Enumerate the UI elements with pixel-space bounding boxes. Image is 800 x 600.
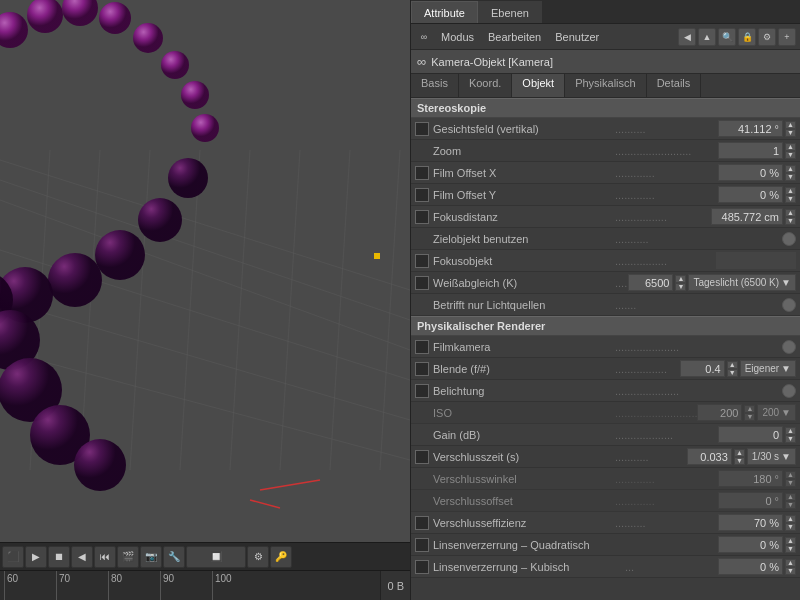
prop-weissabgleich: Weißabgleich (K) ............. ▲ ▼ Tages… bbox=[411, 272, 800, 294]
spin-iso[interactable]: ▲ ▼ bbox=[744, 405, 755, 421]
tab-koord[interactable]: Koord. bbox=[459, 74, 512, 97]
dropdown-weissabgleich[interactable]: Tageslicht (6500 K) ▼ bbox=[688, 274, 796, 291]
plus-icon[interactable]: + bbox=[778, 28, 796, 46]
svg-point-21 bbox=[181, 81, 209, 109]
label-filmkamera: Filmkamera bbox=[433, 341, 615, 353]
icon-btn-1[interactable]: ⬛ bbox=[2, 546, 24, 568]
icon-btn-6[interactable]: 🎬 bbox=[117, 546, 139, 568]
icon-btn-7[interactable]: 📷 bbox=[140, 546, 162, 568]
icon-btn-3[interactable]: ⏹ bbox=[48, 546, 70, 568]
section-stereoskopie: Stereoskopie bbox=[411, 98, 800, 118]
check-fokusobjekt[interactable] bbox=[415, 254, 429, 268]
dropdown-verschlusszeit[interactable]: 1/30 s ▼ bbox=[747, 448, 796, 465]
viewport-panel: 60 70 80 90 100 0 B ⬛ ▶ ⏹ ◀ ⏮ 🎬 📷 🔧 🔲 ⚙ … bbox=[0, 0, 410, 600]
check-verschlusszeit[interactable] bbox=[415, 450, 429, 464]
dropdown-iso[interactable]: 200 ▼ bbox=[757, 404, 796, 421]
input-blende[interactable] bbox=[680, 360, 725, 377]
lock-icon[interactable]: 🔒 bbox=[738, 28, 756, 46]
tab-basis[interactable]: Basis bbox=[411, 74, 459, 97]
tab-attribute[interactable]: Attribute bbox=[411, 1, 478, 23]
spin-weissabgleich[interactable]: ▲ ▼ bbox=[675, 275, 686, 291]
spin-verschlusszeit[interactable]: ▲ ▼ bbox=[734, 449, 745, 465]
spin-zoom[interactable]: ▲ ▼ bbox=[785, 143, 796, 159]
icon-btn-5[interactable]: ⏮ bbox=[94, 546, 116, 568]
spin-verschlussoffset[interactable]: ▲ ▼ bbox=[785, 493, 796, 509]
input-iso[interactable] bbox=[697, 404, 742, 421]
tab-ebenen[interactable]: Ebenen bbox=[478, 1, 542, 23]
spin-gesichtsfeld[interactable]: ▲ ▼ bbox=[785, 121, 796, 137]
properties-area[interactable]: Stereoskopie Gesichtsfeld (vertikal) ...… bbox=[411, 98, 800, 600]
icon-btn-9[interactable]: 🔲 bbox=[186, 546, 246, 568]
panel-tab-bar: Attribute Ebenen bbox=[411, 0, 800, 24]
toggle-zielobjekt[interactable] bbox=[782, 232, 796, 246]
frame-indicator: 0 B bbox=[380, 571, 410, 600]
input-linsen-quad[interactable] bbox=[718, 536, 783, 553]
label-blende: Blende (f/#) bbox=[433, 363, 615, 375]
search-icon[interactable]: 🔍 bbox=[718, 28, 736, 46]
arrow-left-icon[interactable]: ◀ bbox=[678, 28, 696, 46]
input-zoom[interactable] bbox=[718, 142, 783, 159]
input-filmoffsety[interactable] bbox=[718, 186, 783, 203]
input-fokusobjekt[interactable] bbox=[716, 252, 796, 269]
settings-icon[interactable]: ⚙ bbox=[758, 28, 776, 46]
input-fokusdistanz[interactable] bbox=[711, 208, 783, 225]
icon-btn-8[interactable]: 🔧 bbox=[163, 546, 185, 568]
input-verschlusswinkel[interactable] bbox=[718, 470, 783, 487]
input-weissabgleich[interactable] bbox=[628, 274, 673, 291]
dropdown-blende[interactable]: Eigener ▼ bbox=[740, 360, 796, 377]
spin-linsen-quad[interactable]: ▲ ▼ bbox=[785, 537, 796, 553]
arrow-up-icon[interactable]: ▲ bbox=[698, 28, 716, 46]
input-gesichtsfeld[interactable] bbox=[718, 120, 783, 137]
check-gesichtsfeld[interactable] bbox=[415, 122, 429, 136]
tab-objekt[interactable]: Objekt bbox=[512, 74, 565, 97]
bearbeiten-button[interactable]: Bearbeiten bbox=[482, 29, 547, 45]
spin-gain[interactable]: ▲ ▼ bbox=[785, 427, 796, 443]
prop-iso: ISO ........................... ▲ ▼ 200 … bbox=[411, 402, 800, 424]
icon-btn-10[interactable]: ⚙ bbox=[247, 546, 269, 568]
check-blende[interactable] bbox=[415, 362, 429, 376]
svg-point-32 bbox=[74, 439, 126, 491]
input-filmoffsetx[interactable] bbox=[718, 164, 783, 181]
check-linsen-kub[interactable] bbox=[415, 560, 429, 574]
tab-physikalisch[interactable]: Physikalisch bbox=[565, 74, 647, 97]
toggle-filmkamera[interactable] bbox=[782, 340, 796, 354]
prop-gain: Gain (dB) ................... ▲ ▼ bbox=[411, 424, 800, 446]
spin-fokusdistanz[interactable]: ▲ ▼ bbox=[785, 209, 796, 225]
icon-btn-2[interactable]: ▶ bbox=[25, 546, 47, 568]
check-verschlusseffizienz[interactable] bbox=[415, 516, 429, 530]
check-linsen-quad[interactable] bbox=[415, 538, 429, 552]
spin-verschlusswinkel[interactable]: ▲ ▼ bbox=[785, 471, 796, 487]
label-gain: Gain (dB) bbox=[433, 429, 615, 441]
spin-verschlusseffizienz[interactable]: ▲ ▼ bbox=[785, 515, 796, 531]
prop-zoom: Zoom ......................... ▲ ▼ bbox=[411, 140, 800, 162]
spin-blende[interactable]: ▲ ▼ bbox=[727, 361, 738, 377]
check-filmkamera[interactable] bbox=[415, 340, 429, 354]
check-fokusdistanz[interactable] bbox=[415, 210, 429, 224]
check-weissabgleich[interactable] bbox=[415, 276, 429, 290]
prop-fokusdistanz: Fokusdistanz ................. ▲ ▼ bbox=[411, 206, 800, 228]
icon-btn-11[interactable]: 🔑 bbox=[270, 546, 292, 568]
panel-toolbar: ∞ Modus Bearbeiten Benutzer ◀ ▲ 🔍 🔒 ⚙ + bbox=[411, 24, 800, 50]
toggle-belichtung[interactable] bbox=[782, 384, 796, 398]
svg-point-23 bbox=[168, 158, 208, 198]
input-gain[interactable] bbox=[718, 426, 783, 443]
check-filmoffsety[interactable] bbox=[415, 188, 429, 202]
toggle-lichtquellen[interactable] bbox=[782, 298, 796, 312]
label-zielobjekt: Zielobjekt benutzen bbox=[433, 233, 615, 245]
input-verschlusszeit[interactable] bbox=[687, 448, 732, 465]
spin-filmoffsety[interactable]: ▲ ▼ bbox=[785, 187, 796, 203]
icon-btn-4[interactable]: ◀ bbox=[71, 546, 93, 568]
check-filmoffsetx[interactable] bbox=[415, 166, 429, 180]
svg-point-25 bbox=[95, 230, 145, 280]
tick-80: 80 bbox=[108, 571, 160, 600]
input-linsen-kub[interactable] bbox=[718, 558, 783, 575]
input-verschlusseffizienz[interactable] bbox=[718, 514, 783, 531]
modus-button[interactable]: Modus bbox=[435, 29, 480, 45]
tab-details[interactable]: Details bbox=[647, 74, 702, 97]
label-weissabgleich: Weißabgleich (K) bbox=[433, 277, 615, 289]
spin-filmoffsetx[interactable]: ▲ ▼ bbox=[785, 165, 796, 181]
spin-linsen-kub[interactable]: ▲ ▼ bbox=[785, 559, 796, 575]
input-verschlussoffset[interactable] bbox=[718, 492, 783, 509]
check-belichtung[interactable] bbox=[415, 384, 429, 398]
benutzer-button[interactable]: Benutzer bbox=[549, 29, 605, 45]
